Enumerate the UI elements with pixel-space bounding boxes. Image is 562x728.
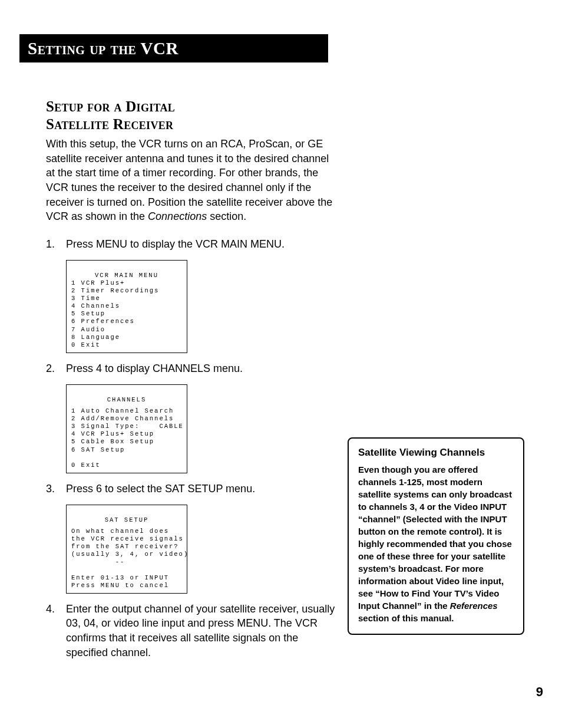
step-3-text: Press 6 to select the SAT SETUP menu. [66, 482, 340, 496]
sat-setup-menu-title: SAT SETUP [71, 516, 182, 524]
channels-menu-title: CHANNELS [71, 396, 182, 404]
intro-italic: Connections [148, 210, 207, 222]
channels-menu-lines: 1 Auto Channel Search 2 Add/Remove Chann… [71, 407, 182, 469]
sidebar-callout: Satellite Viewing Channels Even though y… [348, 437, 524, 635]
section-title-line1: Setup for a Digital [46, 98, 175, 114]
sidebar-title: Satellite Viewing Channels [358, 447, 514, 459]
channels-menu-box: CHANNELS1 Auto Channel Search 2 Add/Remo… [66, 384, 187, 473]
page-header-bar: Setting up the VCR [19, 34, 328, 62]
sat-setup-menu-lines: On what channel does the VCR receive sig… [71, 528, 182, 589]
intro-paragraph: With this setup, the VCR turns on an RCA… [46, 137, 340, 224]
vcr-main-menu-title: VCR MAIN MENU [71, 272, 182, 279]
intro-text-before: With this setup, the VCR turns on an RCA… [46, 138, 332, 222]
step-4-number: 4. [46, 602, 66, 660]
step-3: 3. Press 6 to select the SAT SETUP menu. [46, 482, 340, 496]
sat-setup-menu-box: SAT SETUPOn what channel does the VCR re… [66, 505, 187, 594]
sidebar-body-after: section of this manual. [358, 613, 454, 623]
step-3-number: 3. [46, 482, 66, 496]
page-number: 9 [536, 684, 543, 700]
step-1: 1. Press MENU to display the VCR MAIN ME… [46, 237, 340, 252]
section-title-line2: Satellite Receiver [46, 116, 173, 132]
step-1-text: Press MENU to display the VCR MAIN MENU. [66, 237, 340, 252]
sidebar-body-italic: References [450, 601, 498, 611]
sidebar-body-before: Even though you are offered channels 1-1… [358, 465, 512, 611]
step-4: 4. Enter the output channel of your sate… [46, 602, 340, 660]
step-2-number: 2. [46, 361, 66, 376]
step-1-number: 1. [46, 237, 66, 252]
step-2-text: Press 4 to display CHANNELS menu. [66, 361, 340, 376]
sidebar-body: Even though you are offered channels 1-1… [358, 463, 514, 624]
section-title: Setup for a Digital Satellite Receiver [46, 98, 340, 133]
page-header-title: Setting up the VCR [28, 39, 178, 58]
step-2: 2. Press 4 to display CHANNELS menu. [46, 361, 340, 376]
vcr-main-menu-lines: 1 VCR Plus+ 2 Timer Recordings 3 Time 4 … [71, 279, 182, 349]
intro-text-after: section. [207, 210, 246, 222]
step-4-text: Enter the output channel of your satelli… [66, 602, 340, 660]
vcr-main-menu-box: VCR MAIN MENU1 VCR Plus+ 2 Timer Recordi… [66, 260, 187, 353]
main-content: Setup for a Digital Satellite Receiver W… [46, 98, 340, 660]
